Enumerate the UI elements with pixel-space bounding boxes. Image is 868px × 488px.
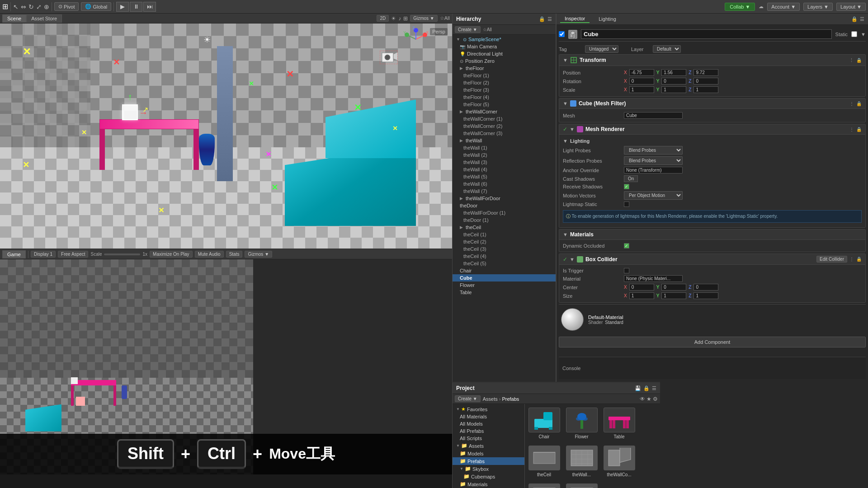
breadcrumb-prefabs[interactable]: Prefabs <box>502 396 519 402</box>
collab-button[interactable]: Collab ▼ <box>725 3 755 11</box>
stats-btn[interactable]: Stats <box>226 251 243 258</box>
tag-select[interactable]: Untagged <box>585 45 618 53</box>
bc-material-input[interactable] <box>624 275 683 282</box>
hierarchy-item-main-camera[interactable]: 📷 Main Camera <box>453 43 556 50</box>
hierarchy-item-floor-1[interactable]: theFloor (1) <box>453 72 556 79</box>
hierarchy-menu-icon[interactable]: ☰ <box>547 16 552 22</box>
global-button[interactable]: 🌐 Global <box>81 2 111 11</box>
step-button[interactable]: ⏭ <box>143 2 156 12</box>
walldoor-file-item[interactable]: theWallFo... <box>565 482 599 488</box>
project-create-btn[interactable]: Create ▼ <box>455 395 481 402</box>
free-aspect-btn[interactable]: Free Aspect <box>58 251 88 258</box>
mr-lock[interactable]: 🔒 <box>856 127 862 132</box>
hierarchy-item-ceil-5[interactable]: theCeil (5) <box>453 260 556 267</box>
hierarchy-item-floor[interactable]: ▶ theFloor <box>453 65 556 72</box>
move-handle-diag[interactable]: ↗ <box>142 105 148 114</box>
rot-y-input[interactable] <box>661 78 686 84</box>
game-tab[interactable]: Game <box>2 250 26 258</box>
light-probes-select[interactable]: Blend Probes <box>624 146 683 155</box>
all-models-item[interactable]: All Models <box>453 420 524 427</box>
mr-enable-checkbox[interactable]: ✓ <box>563 126 567 132</box>
hierarchy-item-floor-2[interactable]: theFloor (2) <box>453 79 556 86</box>
lighting-tab[interactable]: Lighting <box>594 15 621 23</box>
transform-lock[interactable]: 🔒 <box>856 58 862 63</box>
receive-shadows-checkbox[interactable] <box>624 184 629 189</box>
asset-store-tab[interactable]: Asset Store <box>26 14 62 23</box>
inspector-lock-icon[interactable]: 🔒 <box>851 16 858 22</box>
hierarchy-item-floor-5[interactable]: theFloor (5) <box>453 101 556 108</box>
layer-select[interactable]: Default <box>653 45 681 53</box>
play-button[interactable]: ▶ <box>116 2 129 12</box>
sc-z-input[interactable] <box>693 86 718 93</box>
transform-header[interactable]: ▼ Transform ⋮ 🔒 <box>559 55 865 66</box>
edit-collider-btn[interactable]: Edit Collider <box>816 256 847 263</box>
layers-button[interactable]: Layers ▼ <box>803 3 833 11</box>
hierarchy-scene-root[interactable]: ▼ ⊙ SampleScene* <box>453 36 556 43</box>
hierarchy-item-wallcorner-1[interactable]: theWallCorner (1) <box>453 115 556 122</box>
hierarchy-item-wallcorner-2[interactable]: theWallCorner (2) <box>453 122 556 130</box>
gizmos-button[interactable]: Gizmos ▼ <box>410 15 438 22</box>
object-name-input[interactable] <box>581 29 832 39</box>
cube-object[interactable]: ↑ → ↗ <box>122 104 138 120</box>
hierarchy-item-dir-light[interactable]: 💡 Directional Light <box>453 50 556 57</box>
models-item[interactable]: 📁 Models <box>453 450 524 457</box>
flower-file-item[interactable]: Flower <box>565 406 599 441</box>
account-button[interactable]: Account ▼ <box>767 3 800 11</box>
bc-enable-checkbox[interactable]: ✓ <box>563 256 567 263</box>
materials-item[interactable]: 📁 Materials <box>453 480 524 488</box>
wall3-file-item[interactable] <box>527 482 561 488</box>
mute-audio-btn[interactable]: Mute Audio <box>195 251 224 258</box>
project-eye-icon[interactable]: 👁 <box>640 396 645 402</box>
project-config-icon[interactable]: ⚙ <box>653 396 658 402</box>
hierarchy-item-wall-1[interactable]: theWall (1) <box>453 144 556 151</box>
inspector-menu-icon[interactable]: ☰ <box>860 16 864 22</box>
table-file-item[interactable]: Table <box>602 406 636 441</box>
scene-3d-view[interactable]: ↑ → ↗ ✕ ✕ ✕ ✕ ✕ ✕ ✕ ✕ ✕ ✕ ✕ <box>0 23 452 249</box>
pivot-button[interactable]: ⊙ Pivot <box>54 2 79 11</box>
hierarchy-item-door[interactable]: theDoor <box>453 202 556 209</box>
prefabs-item[interactable]: 📁 Prefabs <box>453 457 524 465</box>
hierarchy-item-floor-4[interactable]: theFloor (4) <box>453 94 556 101</box>
transform-menu[interactable]: ⋮ <box>849 57 854 63</box>
chair-file-item[interactable]: Chair <box>527 406 561 441</box>
inspector-tab[interactable]: Inspector <box>560 15 590 23</box>
hierarchy-item-wallcorner[interactable]: ▶ theWallCorner <box>453 108 556 115</box>
all-materials-item[interactable]: All Materials <box>453 413 524 420</box>
maximize-btn[interactable]: Maximize On Play <box>150 251 193 258</box>
hierarchy-lock-icon[interactable]: 🔒 <box>539 16 545 22</box>
favorites-root[interactable]: ▼ ★ Favorites <box>453 405 524 413</box>
transform-tool-5[interactable]: ⊕ <box>44 3 49 10</box>
project-star-icon[interactable]: ★ <box>646 396 651 402</box>
hierarchy-item-pos-zero[interactable]: ⊙ Position Zero <box>453 57 556 65</box>
hierarchy-item-ceil-4[interactable]: theCeil (4) <box>453 253 556 260</box>
rot-z-input[interactable] <box>693 78 718 84</box>
pause-button[interactable]: ⏸ <box>130 2 142 12</box>
static-dropdown-arrow[interactable]: ▼ <box>861 32 866 37</box>
hierarchy-item-walldoor[interactable]: ▶theWallForDoor <box>453 195 556 202</box>
all-prefabs-item[interactable]: All Prefabs <box>453 427 524 435</box>
hierarchy-item-ceil-1[interactable]: theCeil (1) <box>453 231 556 238</box>
transform-tool-2[interactable]: ⇔ <box>21 3 26 10</box>
hierarchy-item-ceil-3[interactable]: theCeil (3) <box>453 245 556 253</box>
theceil-file-item[interactable]: theCeil <box>527 444 561 479</box>
mr-lighting-arrow[interactable]: ▼ <box>563 138 568 144</box>
scale-slider[interactable] <box>104 253 140 255</box>
mf-lock[interactable]: 🔒 <box>856 101 862 106</box>
all-scripts-item[interactable]: All Scripts <box>453 435 524 442</box>
display-btn[interactable]: Display 1 <box>31 251 56 258</box>
motion-vectors-select[interactable]: Per Object Motion <box>624 191 683 200</box>
dynamic-occluded-checkbox[interactable] <box>624 243 629 249</box>
pos-x-input[interactable] <box>629 69 654 76</box>
static-checkbox[interactable] <box>851 31 857 37</box>
cubemaps-item[interactable]: 📁 Cubemaps <box>453 473 524 480</box>
assets-root[interactable]: ▼ 📁 Assets <box>453 442 524 450</box>
mesh-filter-header[interactable]: ▼ Cube (Mesh Filter) ⋮ 🔒 <box>559 99 865 109</box>
project-lock-icon[interactable]: 🔒 <box>643 385 650 391</box>
hierarchy-item-wallcorner-3[interactable]: theWallCorner (3) <box>453 130 556 137</box>
layout-button[interactable]: Layout ▼ <box>836 3 866 11</box>
hierarchy-item-wall[interactable]: ▶ theWall <box>453 137 556 144</box>
hierarchy-item-walldoor-1[interactable]: theWallForDoor (1) <box>453 209 556 216</box>
bc-cz-input[interactable] <box>693 284 718 291</box>
bc-cx-input[interactable] <box>629 284 654 291</box>
skybox-item[interactable]: ▼ 📁 Skybox <box>453 465 524 473</box>
